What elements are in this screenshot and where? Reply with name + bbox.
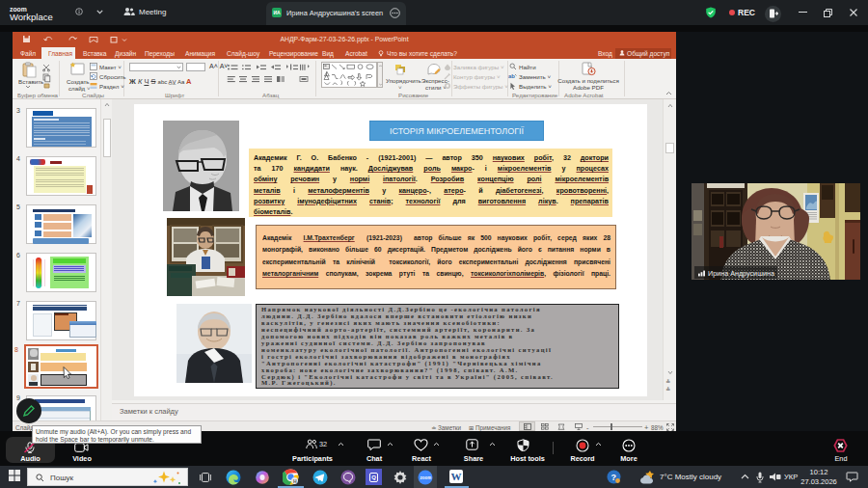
svg-text:zoom: zoom	[420, 475, 432, 480]
svg-text:?: ?	[610, 473, 616, 482]
svg-text:Ирина Андрусишина: Ирина Андрусишина	[708, 269, 774, 278]
svg-text:H: H	[293, 478, 297, 484]
svg-text:ab: ab	[508, 73, 515, 79]
